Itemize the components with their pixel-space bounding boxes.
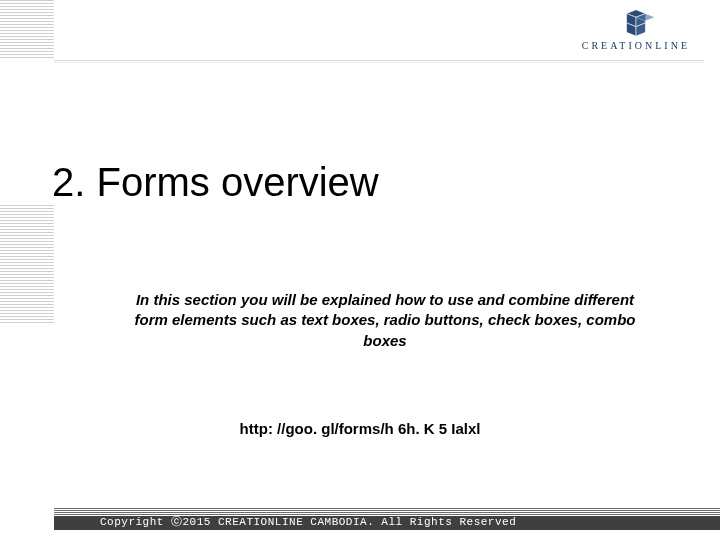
footer: Copyright ⓒ2015 CREATIONLINE CAMBODIA. A… — [0, 506, 720, 540]
slide: CREATIONLINE 2. Forms overview In this s… — [0, 0, 720, 540]
header: CREATIONLINE — [0, 0, 720, 70]
slide-title: 2. Forms overview — [52, 160, 379, 205]
cube-grid-icon — [617, 6, 655, 38]
slide-description: In this section you will be explained ho… — [130, 290, 640, 351]
footer-copyright: Copyright ⓒ2015 CREATIONLINE CAMBODIA. A… — [100, 514, 516, 529]
header-divider — [54, 60, 704, 66]
slide-url: http: //goo. gl/forms/h 6h. K 5 Ialxl — [0, 420, 720, 437]
brand-name: CREATIONLINE — [582, 40, 690, 51]
brand-logo: CREATIONLINE — [582, 6, 690, 51]
